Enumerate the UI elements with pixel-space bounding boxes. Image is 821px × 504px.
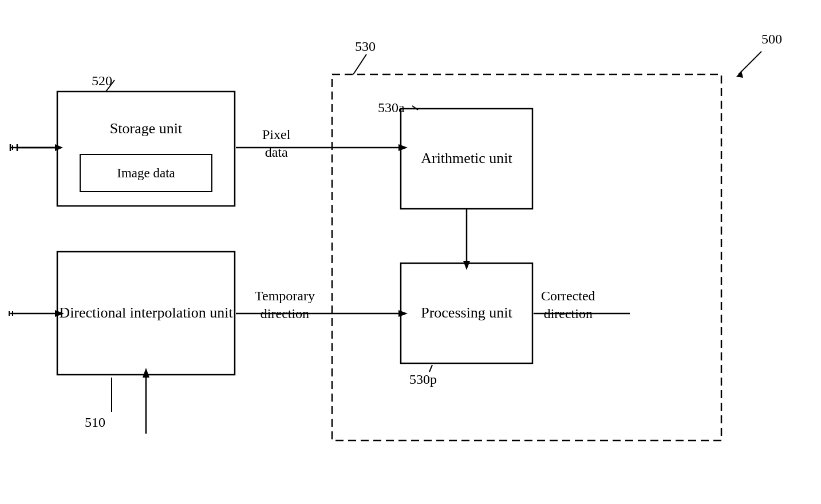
label-500: 500 [761, 31, 782, 47]
label-520: 520 [92, 73, 112, 89]
label-510: 510 [85, 415, 105, 430]
pixel-data-label: Pixeldata [262, 126, 290, 161]
temporary-direction-label: Temporarydirection [255, 287, 315, 323]
label-530p: 530p [409, 372, 437, 387]
storage-unit-label: Storage unit [57, 100, 235, 157]
svg-line-26 [429, 365, 432, 372]
svg-marker-22 [736, 71, 743, 78]
corrected-direction-label: Correcteddirection [541, 287, 595, 323]
directional-interpolation-unit-label: Directional interpolation unit [57, 252, 235, 375]
svg-line-23 [353, 54, 366, 74]
label-530: 530 [355, 39, 376, 54]
processing-unit-label: Processing unit [401, 263, 532, 363]
image-data-label: Image data [80, 154, 212, 192]
diagram-container: 500 530 520 530a Storage unit Image data… [0, 0, 821, 504]
arithmetic-unit-label: Arithmetic unit [401, 109, 532, 209]
svg-line-21 [739, 51, 761, 74]
